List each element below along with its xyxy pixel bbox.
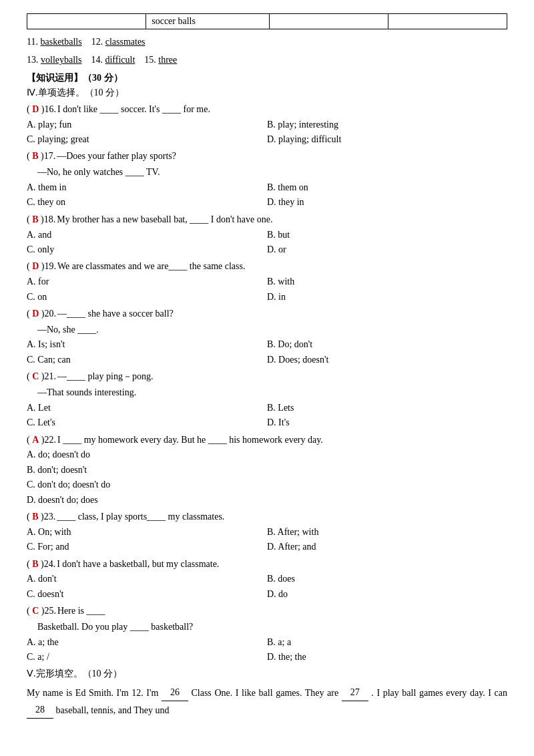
q12-spacer [84,37,91,47]
q18-text: My brother has a new baseball bat, ____ … [57,214,272,224]
q21-line: ( C )21.—____ play ping－pong.—That sound… [27,369,507,401]
cloze-suffix: They und [134,705,169,715]
q17-paren: ( B ) [27,151,44,161]
q19-line: ( D )19.We are classmates and we are____… [27,258,507,274]
q19-opt-A: A. for [27,274,267,289]
q17-text: —Does your father play sports? [57,151,176,161]
cloze-end: baseball, tennis, and [56,705,132,715]
zhishi-header: 【知识运用】（30 分） [27,72,507,84]
q14-spacer [84,55,91,65]
q25-opt-D: D. the; the [267,650,507,665]
q13-answer: volleyballs [41,55,81,65]
q18-paren: ( B ) [27,214,44,224]
question-25: ( C )25.Here is ____Basketball. Do you p… [27,603,507,665]
q17-num: 17. [44,151,56,161]
table-cell-3 [269,14,388,29]
q16-opt-B: B. play; interesting [267,118,507,132]
q25-paren: ( C ) [27,606,44,616]
q21-num: 21. [44,371,56,381]
q16-opt-C: C. playing; great [27,132,267,147]
q17-opts-row-0: A. them inB. them on [27,180,507,195]
q15-spacer [138,55,145,65]
q23-opt-B: B. After; with [267,525,507,540]
q22-paren: ( A ) [27,435,44,445]
q21-opt-C: C. Let's [27,415,267,430]
question-16: ( D )16.I don't like ____ soccer. It's _… [27,102,507,148]
q21-opt-D: D. It's [267,415,507,430]
q21-opts-row-1: C. Let'sD. It's [27,415,507,430]
q19-text: We are classmates and we are____ the sam… [57,261,245,271]
q19-opt-B: B. with [267,274,507,289]
q16-paren: ( D ) [27,104,44,114]
q16-opt-A: A. play; fun [27,118,267,132]
blank-27: 27 [342,684,368,701]
q17-opt-A: A. them in [27,180,267,195]
q13-num: 13. [27,55,41,65]
iv-title: Ⅳ.单项选择。（10 分） [27,87,507,99]
q21-text2: —That sounds interesting. [37,387,136,397]
q17-opt-D: D. they in [267,195,507,210]
q18-opt-A: A. and [27,228,267,242]
q16-opt-D: D. playing; difficult [267,132,507,147]
question-22: ( A )22.I ____ my homework every day. Bu… [27,432,507,508]
q20-opt-A: A. Is; isn't [27,337,267,352]
q25-opts-row-0: A. a; theB. a; a [27,635,507,650]
q20-opts-row-0: A. Is; isn'tB. Do; don't [27,337,507,352]
q22-opt-D: D. doesn't do; does [27,493,507,508]
q17-text2: —No, he only watches ____ TV. [37,167,160,177]
q25-line: ( C )25.Here is ____Basketball. Do you p… [27,603,507,635]
question-23: ( B )23.____ class, I play sports____ my… [27,509,507,555]
q24-opt-B: B. does [267,572,507,586]
q12-num: 12. [91,37,105,47]
q25-opts-row-1: C. a; /D. the; the [27,650,507,665]
fill-row-11-12: 11. basketballs 12. classmates [27,35,507,49]
q18-line: ( B )18.My brother has a new baseball ba… [27,212,507,228]
q24-num: 24. [44,559,56,569]
q19-num: 19. [44,261,56,271]
q22-opt-C: C. don't do; doesn't do [27,478,507,492]
q24-paren: ( B ) [27,559,44,569]
q23-opts-row-0: A. On; withB. After; with [27,525,507,540]
q22-num: 22. [44,435,56,445]
q18-opts-row-1: C. onlyD. or [27,242,507,257]
q19-opt-C: C. on [27,290,267,305]
q25-text2: Basketball. Do you play ____ basketball? [37,622,193,632]
q19-opts-row-1: C. onD. in [27,290,507,305]
q20-opt-D: D. Does; doesn't [267,353,507,367]
q12-answer: classmates [105,37,146,47]
q20-num: 20. [44,309,56,319]
q17-line: ( B )17.—Does your father play sports?—N… [27,148,507,180]
q20-text2: —No, she ____. [37,325,99,335]
q18-opt-D: D. or [267,242,507,257]
q22-opt-A: A. do; doesn't do [27,447,507,462]
q21-paren: ( C ) [27,371,44,381]
q22-line: ( A )22.I ____ my homework every day. Bu… [27,432,507,448]
q24-text: I don't have a basketball, but my classm… [57,559,219,569]
q19-paren: ( D ) [27,261,44,271]
question-18: ( B )18.My brother has a new baseball ba… [27,212,507,258]
q20-opt-B: B. Do; don't [267,337,507,352]
q24-opt-D: D. do [267,587,507,602]
q15-answer: three [158,55,177,65]
q14-num: 14. [91,55,105,65]
q11-num: 11. [27,37,40,47]
q17-opt-B: B. them on [267,180,507,195]
q24-opts-row-0: A. don'tB. does [27,572,507,586]
table-cell-1 [27,14,146,29]
cloze-mid1-text: Class One. I like ball games. They are [191,688,338,698]
q25-opt-C: C. a; / [27,650,267,665]
questions-container: ( D )16.I don't like ____ soccer. It's _… [27,102,507,665]
q25-opt-A: A. a; the [27,635,267,650]
q20-text: —____ she have a soccer ball? [57,309,174,319]
q18-opt-C: C. only [27,242,267,257]
q21-text: —____ play ping－pong. [57,371,154,381]
blank-28: 28 [27,701,53,719]
q24-opt-C: C. doesn't [27,587,267,602]
q17-opts-row-1: C. they onD. they in [27,195,507,210]
q25-num: 25. [44,606,56,616]
q16-opts-row-0: A. play; funB. play; interesting [27,118,507,132]
q23-opts-row-1: C. For; andD. After; and [27,540,507,554]
q22-text: I ____ my homework every day. But he ___… [57,435,323,445]
cloze-paragraph: My name is Ed Smith. I'm 12. I'm 26 Clas… [27,684,507,719]
q23-opt-C: C. For; and [27,540,267,554]
